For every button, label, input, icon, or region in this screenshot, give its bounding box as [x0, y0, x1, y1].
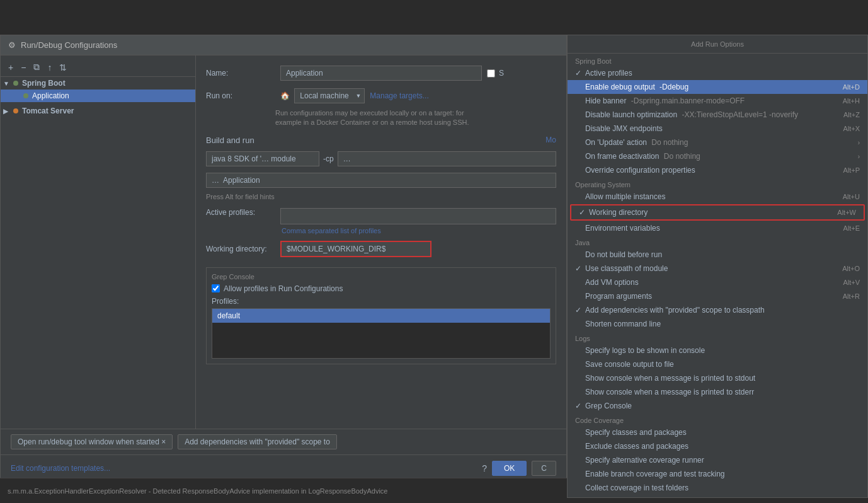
menu-item-active-profiles[interactable]: ✓ Active profiles	[568, 66, 867, 80]
cp-label: -cp	[323, 154, 334, 163]
menu-item-hide-banner[interactable]: Hide banner -Dspring.main.banner-mode=OF…	[568, 94, 867, 108]
sidebar-toolbar: + − ⧉ ↑ ⇅	[1, 58, 195, 77]
working-dir-label: Working directory:	[206, 245, 275, 253]
menu-item-use-classpath[interactable]: ✓ Use classpath of module Alt+O	[568, 262, 867, 275]
save-console-label-menu: Save console output to file	[585, 360, 860, 369]
footer-buttons: ? OK C	[482, 461, 556, 476]
add-deps-label-menu: Add dependencies with "provided" scope t…	[585, 306, 828, 315]
profile-item-default[interactable]: default	[212, 309, 550, 323]
menu-item-specify-classes[interactable]: Specify classes and packages	[568, 425, 867, 439]
menu-item-grep-console[interactable]: ✓ Grep Console	[568, 399, 867, 413]
allow-profiles-row: Allow profiles in Run Configurations	[212, 284, 551, 293]
menu-item-disable-jmx[interactable]: Disable JMX endpoints Alt+X	[568, 122, 867, 136]
menu-item-disable-launch[interactable]: Disable launch optimization -XX:TieredSt…	[568, 108, 867, 122]
open-window-button[interactable]: Open run/debug tool window when started …	[11, 434, 173, 449]
cancel-button[interactable]: C	[532, 461, 556, 476]
sort-button[interactable]: ⇅	[57, 61, 69, 74]
sidebar-item-application[interactable]: Application	[1, 90, 195, 102]
working-dir-label-menu: Working directory	[589, 208, 825, 217]
menu-item-save-console[interactable]: Save console output to file	[568, 357, 867, 371]
sidebar-item-application-label: Application	[32, 91, 69, 100]
help-icon[interactable]: ?	[482, 463, 487, 473]
checkmark-grep-console: ✓	[575, 402, 585, 410]
hide-banner-label-menu: Hide banner -Dspring.main.banner-mode=OF…	[585, 96, 828, 105]
manage-targets-link[interactable]: Manage targets...	[370, 91, 428, 100]
menu-item-on-frame-deactivation[interactable]: On frame deactivation Do nothing ›	[568, 149, 867, 163]
menu-item-shorten-cmdline[interactable]: Shorten command line	[568, 317, 867, 331]
on-update-label-menu: On 'Update' action Do nothing	[585, 138, 858, 147]
sdk-select[interactable]: java 8 SDK of '… module	[206, 151, 319, 166]
grep-console-label-menu: Grep Console	[585, 402, 860, 410]
menu-section-code-coverage: Code Coverage	[568, 413, 867, 425]
on-frame-arrow-icon: ›	[858, 153, 860, 160]
on-frame-label-menu: On frame deactivation Do nothing	[585, 152, 858, 161]
menu-item-alt-runner[interactable]: Specify alternative coverage runner	[568, 453, 867, 467]
menu-item-show-console-stderr[interactable]: Show console when a message is printed t…	[568, 385, 867, 399]
run-on-dropdown-wrapper: 🏠 Local machine	[280, 88, 365, 103]
add-deps-button[interactable]: Add dependencies with "provided" scope t…	[178, 434, 337, 449]
main-class-input[interactable]	[206, 173, 556, 188]
menu-item-specify-logs[interactable]: Specify logs to be shown in console	[568, 344, 867, 357]
menu-item-collect-coverage[interactable]: Collect coverage in test folders	[568, 481, 867, 495]
profiles-list: default	[212, 308, 551, 359]
more-options-link[interactable]: Mo	[545, 136, 556, 144]
menu-item-env-vars[interactable]: Environment variables Alt+E	[568, 221, 867, 235]
add-config-button[interactable]: +	[6, 61, 16, 74]
copy-config-button[interactable]: ⧉	[31, 61, 42, 74]
on-update-arrow-icon: ›	[858, 139, 860, 146]
sidebar-group-spring-boot[interactable]: ▼ Spring Boot	[1, 77, 195, 90]
menu-item-allow-multiple[interactable]: Allow multiple instances Alt+U	[568, 190, 867, 204]
allow-profiles-checkbox[interactable]	[212, 284, 220, 292]
grep-console-title: Grep Console	[212, 273, 551, 280]
sidebar-group-tomcat[interactable]: ▶ Tomcat Server	[1, 105, 195, 117]
menu-section-spring-boot: Spring Boot	[568, 54, 867, 66]
override-config-shortcut: Alt+P	[828, 166, 860, 174]
name-label: Name:	[206, 69, 275, 78]
checkmark-add-deps: ✓	[575, 306, 585, 315]
checkmark-working-dir: ✓	[579, 208, 589, 217]
allow-multiple-shortcut: Alt+U	[828, 193, 860, 200]
menu-item-no-build[interactable]: Do not build before run	[568, 248, 867, 262]
run-hint-text: Run configurations may be executed local…	[275, 108, 556, 128]
cp-input[interactable]	[338, 151, 556, 166]
disable-jmx-shortcut: Alt+X	[828, 125, 860, 132]
menu-item-program-args[interactable]: Program arguments Alt+R	[568, 289, 867, 303]
env-vars-shortcut: Alt+E	[828, 224, 860, 232]
menu-item-enable-debug[interactable]: Enable debug output -Ddebug Alt+D	[568, 80, 867, 94]
use-classpath-shortcut: Alt+O	[828, 265, 860, 272]
menu-item-working-dir[interactable]: ✓ Working directory Alt+W	[570, 204, 865, 221]
run-on-dropdown[interactable]: Local machine	[294, 88, 365, 103]
working-dir-input[interactable]	[280, 241, 431, 257]
allow-parallel-checkbox-row: S	[487, 69, 504, 78]
name-input[interactable]	[280, 66, 482, 81]
vm-options-shortcut: Alt+V	[828, 279, 860, 286]
bottom-bar: Open run/debug tool window when started …	[1, 429, 566, 454]
menu-item-add-deps-classpath[interactable]: ✓ Add dependencies with "provided" scope…	[568, 303, 867, 317]
ok-button[interactable]: OK	[492, 461, 527, 476]
allow-parallel-checkbox[interactable]	[487, 69, 495, 78]
program-args-label-menu: Program arguments	[585, 292, 828, 301]
application-icon	[23, 93, 28, 98]
menu-item-exclude-classes[interactable]: Exclude classes and packages	[568, 439, 867, 453]
sidebar-group-spring-boot-label: Spring Boot	[22, 79, 66, 88]
menu-item-branch-coverage[interactable]: Enable branch coverage and test tracking	[568, 467, 867, 481]
active-profiles-input[interactable]	[280, 208, 556, 224]
menu-item-on-update[interactable]: On 'Update' action Do nothing ›	[568, 136, 867, 149]
edit-templates-link[interactable]: Edit configuration templates...	[11, 459, 110, 478]
remove-config-button[interactable]: −	[18, 61, 28, 74]
menu-item-vm-options[interactable]: Add VM options Alt+V	[568, 275, 867, 289]
dialog-title-icon: ⚙	[8, 40, 16, 50]
move-up-button[interactable]: ↑	[45, 61, 54, 74]
enable-debug-shortcut: Alt+D	[828, 83, 860, 91]
profiles-list-label: Profiles:	[212, 297, 551, 306]
status-text-1: s.m.m.a.ExceptionHandlerExceptionResolve…	[8, 487, 388, 495]
allow-parallel-label: S	[499, 69, 504, 78]
working-dir-shortcut: Alt+W	[825, 209, 856, 216]
menu-item-override-config[interactable]: Override configuration properties Alt+P	[568, 163, 867, 177]
menu-section-os: Operating System	[568, 177, 867, 190]
menu-section-before-launch: Before Launch	[568, 495, 867, 498]
add-run-options-menu: Add Run Options Spring Boot ✓ Active pro…	[567, 35, 868, 498]
menu-item-show-console-stdout[interactable]: Show console when a message is printed t…	[568, 371, 867, 385]
run-on-row: Run on: 🏠 Local machine Manage targets..…	[206, 88, 556, 103]
allow-profiles-label: Allow profiles in Run Configurations	[224, 284, 343, 293]
